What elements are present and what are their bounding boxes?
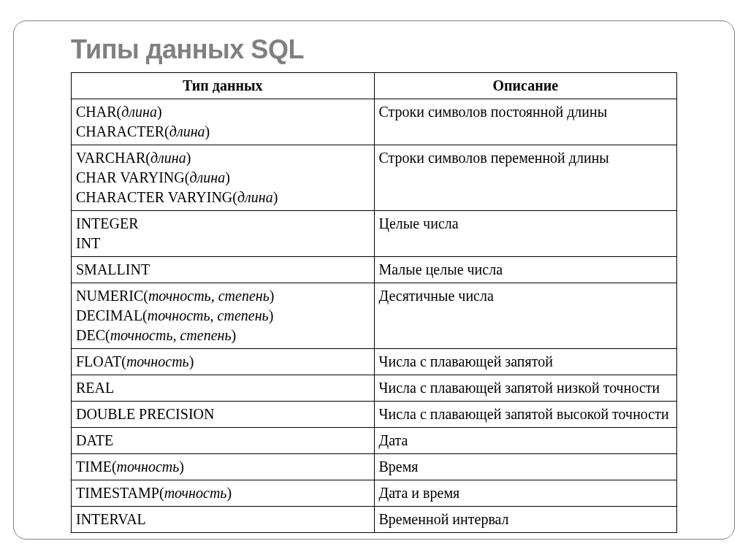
cell-description: Числа с плавающей запятой (374, 349, 677, 375)
type-line: FLOAT(точность) (76, 352, 370, 372)
table-row: REALЧисла с плавающей запятой низкой точ… (72, 375, 677, 402)
type-prefix: FLOAT( (76, 353, 126, 369)
cell-type: TIME(точность) (72, 454, 375, 480)
type-prefix: TIME( (76, 459, 117, 475)
table-row: DATEДата (72, 428, 677, 454)
type-param: точность (164, 485, 227, 501)
cell-type: REAL (72, 375, 375, 402)
type-prefix: VARCHAR( (76, 150, 150, 166)
table-row: NUMERIC(точность, степень)DECIMAL(точнос… (72, 283, 677, 349)
table-row: TIMESTAMP(точность)Дата и время (72, 480, 677, 507)
cell-description: Строки символов постоянной длины (374, 99, 677, 145)
slide-frame: Типы данных SQL Тип данных Описание CHAR… (13, 20, 735, 540)
data-types-table: Тип данных Описание CHAR(длина)CHARACTER… (71, 72, 677, 533)
type-suffix: ) (225, 169, 230, 185)
cell-type: DATE (72, 428, 375, 454)
cell-type: NUMERIC(точность, степень)DECIMAL(точнос… (72, 283, 375, 349)
type-line: CHARACTER VARYING(длина) (76, 188, 370, 207)
type-line: INT (76, 234, 370, 253)
type-suffix: ) (226, 485, 232, 501)
cell-description: Числа с плавающей запятой высокой точнос… (374, 402, 677, 428)
header-description: Описание (374, 73, 677, 99)
cell-type: TIMESTAMP(точность) (72, 480, 375, 507)
table-row: CHAR(длина)CHARACTER(длина)Строки символ… (72, 99, 677, 145)
cell-type: INTEGERINT (72, 211, 375, 257)
header-type: Тип данных (72, 73, 375, 99)
cell-type: CHAR(длина)CHARACTER(длина) (72, 99, 375, 145)
type-suffix: ) (232, 327, 237, 343)
type-prefix: DOUBLE PRECISION (76, 406, 214, 422)
type-suffix: ) (273, 189, 278, 205)
type-line: CHAR VARYING(длина) (76, 168, 370, 188)
type-prefix: INTEGER (76, 215, 139, 231)
type-line: NUMERIC(точность, степень) (76, 286, 370, 306)
type-line: CHAR(длина) (76, 102, 370, 122)
type-line: INTEGER (76, 214, 370, 234)
table-row: SMALLINTМалые целые числа (72, 257, 677, 283)
type-param: длина (169, 123, 205, 139)
cell-type: FLOAT(точность) (72, 349, 375, 375)
cell-description: Время (374, 454, 677, 480)
type-prefix: CHAR( (76, 104, 121, 120)
cell-type: INTERVAL (72, 507, 375, 533)
type-prefix: REAL (76, 380, 114, 396)
type-suffix: ) (157, 104, 162, 120)
cell-type: DOUBLE PRECISION (72, 402, 375, 428)
cell-description: Временной интервал (374, 507, 677, 533)
type-line: TIME(точность) (76, 457, 370, 477)
type-prefix: NUMERIC( (76, 288, 148, 304)
cell-description: Числа с плавающей запятой низкой точност… (374, 375, 677, 402)
type-prefix: DATE (76, 432, 113, 448)
type-prefix: TIMESTAMP( (76, 485, 164, 501)
type-param: длина (189, 169, 225, 185)
cell-description: Целые числа (374, 211, 677, 257)
table-row: INTERVALВременной интервал (72, 507, 677, 533)
type-param: длина (121, 104, 157, 120)
type-param: длина (150, 150, 186, 166)
type-suffix: ) (270, 288, 275, 304)
cell-description: Малые целые числа (374, 257, 677, 283)
type-line: SMALLINT (76, 260, 370, 280)
page-title: Типы данных SQL (71, 34, 677, 65)
type-prefix: SMALLINT (76, 261, 150, 277)
type-line: VARCHAR(длина) (76, 148, 370, 168)
type-prefix: DEC( (76, 327, 110, 343)
type-prefix: CHAR VARYING( (76, 169, 189, 185)
type-param: точность (126, 353, 189, 369)
type-param: точность (117, 459, 180, 475)
type-param: точность, степень (148, 288, 270, 304)
table-row: DOUBLE PRECISIONЧисла с плавающей запято… (72, 402, 677, 428)
type-prefix: INTERVAL (76, 511, 146, 527)
cell-type: VARCHAR(длина)CHAR VARYING(длина)CHARACT… (72, 145, 375, 211)
type-prefix: CHARACTER VARYING( (76, 189, 237, 205)
cell-description: Десятичные числа (374, 283, 677, 349)
cell-description: Дата (374, 428, 677, 454)
type-line: DOUBLE PRECISION (76, 404, 370, 424)
table-row: INTEGERINTЦелые числа (72, 211, 677, 257)
type-line: INTERVAL (76, 510, 370, 529)
type-param: точность, степень (148, 307, 269, 323)
table-row: TIME(точность)Время (72, 454, 677, 480)
type-suffix: ) (189, 353, 194, 369)
type-prefix: DECIMAL( (76, 307, 148, 323)
type-suffix: ) (269, 307, 274, 323)
type-line: DECIMAL(точность, степень) (76, 306, 370, 326)
type-prefix: CHARACTER( (76, 123, 169, 139)
table-row: FLOAT(точность)Числа с плавающей запятой (72, 349, 677, 375)
type-line: DATE (76, 431, 370, 450)
type-param: точность, степень (110, 327, 232, 343)
type-param: длина (237, 189, 273, 205)
cell-description: Строки символов переменной длины (374, 145, 677, 211)
type-line: REAL (76, 378, 370, 398)
cell-type: SMALLINT (72, 257, 375, 283)
type-line: DEC(точность, степень) (76, 326, 370, 345)
type-prefix: INT (76, 235, 100, 251)
table-row: VARCHAR(длина)CHAR VARYING(длина)CHARACT… (72, 145, 677, 211)
type-suffix: ) (186, 150, 191, 166)
type-line: TIMESTAMP(точность) (76, 483, 370, 503)
cell-description: Дата и время (374, 480, 677, 507)
type-suffix: ) (179, 459, 184, 475)
type-line: CHARACTER(длина) (76, 122, 370, 142)
type-suffix: ) (205, 123, 210, 139)
